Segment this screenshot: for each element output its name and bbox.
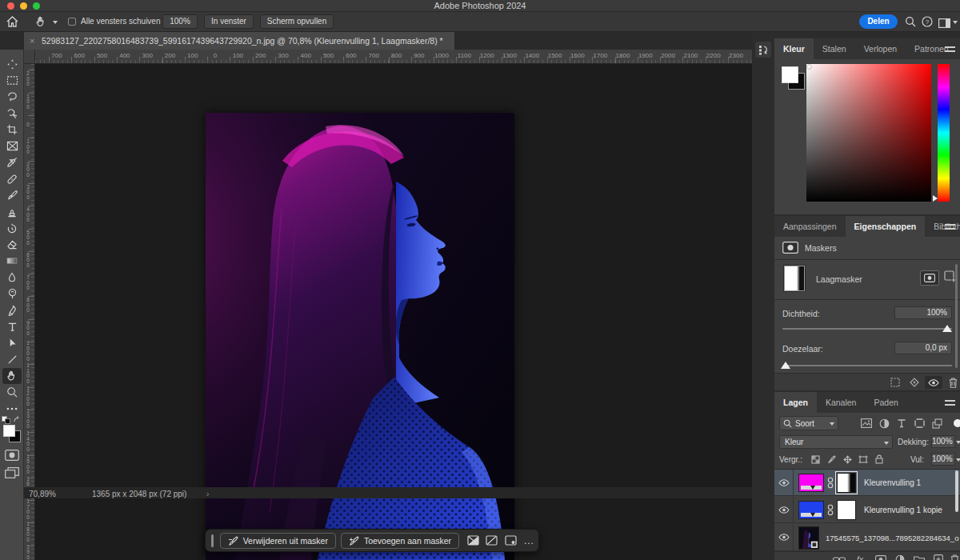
zoom-100-button[interactable]: 100% xyxy=(162,14,198,29)
layers-panel-menu-icon[interactable] xyxy=(945,400,955,406)
mask-selection-icon[interactable] xyxy=(886,376,904,389)
layer-visibility-toggle[interactable] xyxy=(774,497,794,523)
fill-value-field[interactable]: 100% xyxy=(931,453,955,466)
clone-stamp-tool[interactable] xyxy=(2,204,22,220)
feather-slider[interactable] xyxy=(782,365,952,366)
quick-mask-icon[interactable] xyxy=(5,450,19,464)
crop-tool[interactable] xyxy=(2,122,22,138)
density-slider[interactable] xyxy=(782,328,952,330)
new-adjustment-layer-icon[interactable] xyxy=(891,553,909,560)
new-group-icon[interactable] xyxy=(910,553,928,560)
help-icon[interactable]: ? xyxy=(922,16,933,30)
lock-all-icon[interactable] xyxy=(870,453,888,466)
blur-tool[interactable] xyxy=(2,270,22,286)
healing-tool[interactable] xyxy=(2,171,22,187)
add-mask-icon[interactable] xyxy=(872,553,890,560)
layer-mask-thumbnail[interactable] xyxy=(784,266,805,291)
hue-slider-marker[interactable] xyxy=(933,195,938,202)
lock-position-icon[interactable] xyxy=(838,453,856,466)
filter-shape-icon[interactable] xyxy=(910,417,928,430)
invert-mask-icon[interactable] xyxy=(464,533,482,549)
vertical-ruler[interactable]: 2 0 01 0 001 0 02 0 03 0 04 0 05 0 06 0 … xyxy=(24,64,35,560)
layer-filter-dropdown[interactable]: Soort xyxy=(779,416,838,430)
lock-pixels-icon[interactable] xyxy=(822,453,840,466)
all-windows-checkbox[interactable] xyxy=(68,18,76,26)
link-layers-icon[interactable] xyxy=(830,553,848,560)
disable-mask-icon[interactable] xyxy=(482,533,501,549)
tab-lagen[interactable]: Lagen xyxy=(774,392,817,413)
filter-adjustment-icon[interactable] xyxy=(875,417,893,430)
delete-layer-icon[interactable] xyxy=(946,553,960,560)
new-layer-icon[interactable] xyxy=(930,553,947,560)
history-brush-tool[interactable] xyxy=(2,220,22,236)
filter-toggle-switch[interactable] xyxy=(954,419,960,427)
filter-image-icon[interactable] xyxy=(858,417,875,430)
workspace-icon[interactable] xyxy=(938,17,950,31)
layer-name[interactable]: 17545575_137098...7895282284634_o xyxy=(826,534,958,542)
layer-visibility-toggle[interactable] xyxy=(774,470,794,496)
eraser-tool[interactable] xyxy=(2,237,22,253)
layer-name[interactable]: Kleurenvulling 1 xyxy=(864,478,921,487)
history-panel-icon[interactable] xyxy=(755,42,771,58)
screen-mode-icon[interactable] xyxy=(5,467,19,482)
layer-style-icon[interactable]: fx xyxy=(851,553,869,560)
horizontal-ruler[interactable]: 7006005004003002001000100200300400500600… xyxy=(35,50,752,64)
properties-scrollbar[interactable] xyxy=(955,264,958,368)
mask-visibility-toggle-icon[interactable] xyxy=(925,376,942,389)
zoom-tool[interactable] xyxy=(2,384,22,400)
lock-transparent-icon[interactable] xyxy=(806,453,824,466)
opacity-value-field[interactable]: 100% xyxy=(931,435,955,448)
color-saturation-square[interactable] xyxy=(806,64,931,202)
apply-mask-icon[interactable] xyxy=(906,376,923,389)
opacity-chevron-icon[interactable] xyxy=(956,441,960,444)
document-tab[interactable]: × 52983127_2202758016483739_599161743964… xyxy=(24,32,454,50)
hue-strip[interactable] xyxy=(938,64,950,202)
tab-kanalen[interactable]: Kanalen xyxy=(817,392,866,413)
taskbar-drag-handle[interactable] xyxy=(211,534,214,547)
select-layer-mask-icon[interactable] xyxy=(920,270,939,286)
density-value-field[interactable]: 100% xyxy=(894,306,952,319)
status-doc-info[interactable]: 1365 px x 2048 px (72 ppi) xyxy=(92,490,186,498)
layer-visibility-toggle[interactable] xyxy=(774,524,794,551)
color-swatches[interactable] xyxy=(781,66,806,94)
layer-mask-thumbnail-selected[interactable] xyxy=(837,473,856,493)
edit-toolbar[interactable] xyxy=(2,401,22,417)
fit-window-button[interactable]: In venster xyxy=(204,14,254,29)
dodge-tool[interactable] xyxy=(2,286,22,302)
mask-visibility-icon[interactable] xyxy=(502,533,520,549)
fill-layer-thumbnail[interactable] xyxy=(798,474,824,492)
tab-verlopen[interactable]: Verlopen xyxy=(855,38,906,59)
hand-tool[interactable] xyxy=(2,368,22,384)
blend-mode-dropdown[interactable]: Kleur xyxy=(779,435,893,449)
tab-stalen[interactable]: Stalen xyxy=(814,38,855,59)
type-tool[interactable] xyxy=(2,318,22,334)
hand-options-chevron-icon[interactable] xyxy=(53,21,58,24)
move-tool[interactable] xyxy=(2,56,22,72)
color-panel-menu-icon[interactable] xyxy=(945,46,955,52)
tab-kleur[interactable]: Kleur xyxy=(774,38,814,59)
layer-row-kleurenvulling-1[interactable]: Kleurenvulling 1 xyxy=(774,470,960,496)
properties-panel-menu-icon[interactable] xyxy=(945,224,955,230)
delete-mask-icon[interactable] xyxy=(944,376,960,389)
layer-name[interactable]: Kleurenvulling 1 kopie xyxy=(864,506,942,514)
filter-smart-object-icon[interactable] xyxy=(928,417,946,430)
lasso-tool[interactable] xyxy=(2,89,22,105)
mask-link-icon[interactable] xyxy=(827,504,834,516)
hand-tool-options-icon[interactable] xyxy=(35,15,48,31)
status-chevron-icon[interactable]: › xyxy=(206,490,209,498)
tab-aanpassingen[interactable]: Aanpassingen xyxy=(774,216,846,237)
feather-value-field[interactable]: 0,0 px xyxy=(894,342,952,354)
foreground-color-swatch[interactable] xyxy=(2,424,22,446)
ruler-corner[interactable] xyxy=(24,50,35,64)
canvas-pasteboard[interactable]: Verwijderen uit masker Toevoegen aan mas… xyxy=(35,64,752,560)
density-slider-thumb[interactable] xyxy=(942,325,952,332)
layer-row-kleurenvulling-kopie[interactable]: Kleurenvulling 1 kopie xyxy=(774,497,960,523)
photo-layer-thumbnail[interactable] xyxy=(798,526,819,550)
tab-eigenschappen[interactable]: Eigenschappen xyxy=(846,216,926,237)
feather-slider-thumb[interactable] xyxy=(781,362,790,369)
status-zoom-value[interactable]: 70,89% xyxy=(29,490,56,498)
brush-tool[interactable] xyxy=(2,187,22,203)
add-to-mask-button[interactable]: Toevoegen aan masker xyxy=(341,533,459,549)
layer-row-photo[interactable]: 17545575_137098...7895282284634_o xyxy=(774,524,960,551)
share-button[interactable]: Delen xyxy=(859,14,898,29)
